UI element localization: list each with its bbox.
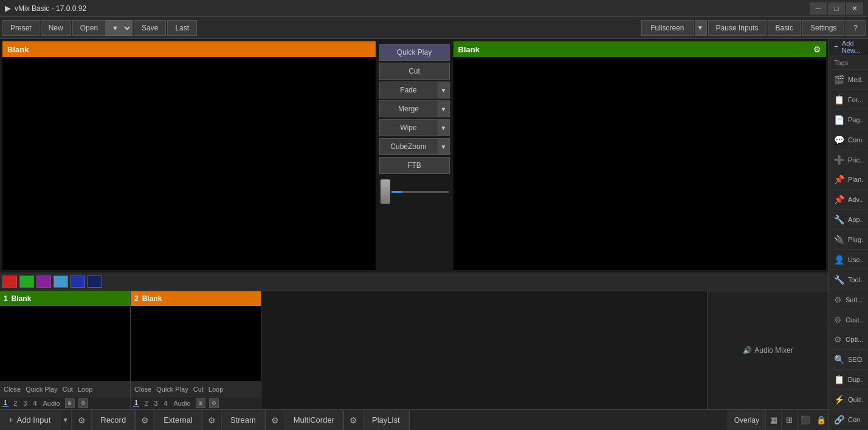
new-button[interactable]: New — [41, 20, 71, 36]
input-2-monitor-icon[interactable]: 🖥 — [196, 398, 205, 408]
color-blue-button[interactable] — [71, 276, 85, 288]
input-1-tab-1[interactable]: 1 — [2, 399, 9, 407]
stream-button[interactable]: Stream — [222, 410, 265, 430]
sidebar-item-1[interactable]: 📋 For... — [829, 90, 868, 110]
close-button[interactable]: ✕ — [846, 2, 863, 15]
playlist-button[interactable]: PlayList — [363, 410, 409, 430]
sidebar-item-8[interactable]: 🔌 Plug... — [829, 230, 868, 250]
color-lightblue-button[interactable] — [53, 276, 68, 288]
overlay-button[interactable]: Overlay — [728, 410, 765, 430]
color-red-button[interactable] — [2, 276, 17, 288]
preset-button[interactable]: Preset — [2, 20, 40, 36]
app-title: vMix Basic - 17.0.0.92 — [15, 4, 86, 13]
sidebar-item-3[interactable]: 💬 Com... — [829, 130, 868, 150]
overlay-lock-icon[interactable]: 🔒 — [813, 410, 828, 430]
sidebar-item-11[interactable]: ⚙ Sett... — [829, 290, 868, 310]
input-1-tab-4[interactable]: 4 — [32, 400, 38, 407]
input-1-loop[interactable]: Loop — [77, 386, 94, 393]
input-2-cut[interactable]: Cut — [192, 386, 205, 393]
input-clip-1: 1 Blank Close Quick Play Cut Loop 1 2 3 … — [0, 291, 131, 409]
sidebar-add-new[interactable]: + Add New... — [829, 39, 868, 55]
color-green-button[interactable] — [19, 276, 34, 288]
input-2-screen[interactable] — [131, 306, 261, 381]
fullscreen-button[interactable]: Fullscreen — [641, 20, 693, 36]
sidebar-item-15[interactable]: 📋 Dup... — [829, 370, 868, 390]
open-button[interactable]: Open — [72, 20, 106, 36]
input-1-monitor-icon[interactable]: 🖥 — [65, 398, 75, 408]
sidebar-item-14[interactable]: 🔍 SEO... — [829, 350, 868, 370]
output-settings-button[interactable]: ⚙ — [813, 44, 821, 54]
input-1-close[interactable]: Close — [2, 386, 22, 393]
input-1-quickplay[interactable]: Quick Play — [24, 386, 59, 393]
fade-button[interactable]: Fade — [379, 81, 438, 99]
fade-dropdown[interactable]: ▼ — [438, 81, 450, 99]
slider-track[interactable] — [391, 191, 449, 193]
minimize-button[interactable]: ─ — [810, 2, 827, 15]
input-1-gear-icon[interactable]: ⚙ — [78, 398, 88, 408]
record-button[interactable]: Record — [92, 410, 135, 430]
sidebar-item-7[interactable]: 🔧 App... — [829, 210, 868, 230]
sidebar-item-9[interactable]: 👤 Use... — [829, 250, 868, 270]
wipe-button[interactable]: Wipe — [379, 119, 438, 136]
sidebar-item-12[interactable]: ⚙ Cust... — [829, 310, 868, 330]
input-1-tab-2[interactable]: 2 — [12, 400, 18, 407]
fullscreen-dropdown[interactable]: ▼ — [695, 20, 707, 36]
input-2-close[interactable]: Close — [133, 386, 153, 393]
color-purple-button[interactable] — [36, 276, 51, 288]
cubezoom-button[interactable]: CubeZoom — [379, 138, 438, 155]
record-gear[interactable]: ⚙ — [136, 410, 155, 430]
sidebar-item-0[interactable]: 🎬 Med... — [829, 70, 868, 90]
input-1-audio[interactable]: Audio — [42, 400, 61, 407]
input-2-gear-icon[interactable]: ⚙ — [209, 398, 219, 408]
input-2-tab-2[interactable]: 2 — [143, 400, 149, 407]
input-2-tab-3[interactable]: 3 — [153, 400, 159, 407]
input-2-tab-4[interactable]: 4 — [162, 400, 168, 407]
external-button[interactable]: External — [155, 410, 202, 430]
quick-play-button[interactable]: Quick Play — [379, 44, 450, 61]
sidebar-item-6[interactable]: 📌 Adv... — [829, 190, 868, 210]
pause-inputs-button[interactable]: Pause Inputs — [708, 20, 766, 36]
input-1-screen[interactable] — [0, 306, 130, 381]
multicorder-gear[interactable]: ⚙ — [344, 410, 363, 430]
help-button[interactable]: ? — [846, 20, 866, 36]
overlay-screen-icon[interactable]: ⬛ — [797, 410, 813, 430]
sidebar-item-13[interactable]: ⚙ Opti... — [829, 330, 868, 350]
stream-gear[interactable]: ⚙ — [266, 410, 285, 430]
sidebar-item-17[interactable]: 🔗 Con — [829, 410, 868, 430]
external-gear[interactable]: ⚙ — [202, 410, 222, 430]
overlay-grid-icon[interactable]: ⊞ — [781, 410, 797, 430]
maximize-button[interactable]: □ — [828, 2, 845, 15]
bottom-gear-1[interactable]: ⚙ — [72, 410, 92, 430]
basic-button[interactable]: Basic — [768, 20, 801, 36]
overlay-bars-icon[interactable]: ▦ — [765, 410, 781, 430]
fullscreen-area: Fullscreen ▼ — [641, 20, 706, 36]
ftb-button[interactable]: FTB — [379, 157, 450, 174]
slider-handle[interactable] — [381, 179, 390, 204]
sidebar-label-7: App... — [848, 216, 863, 223]
sidebar-item-4[interactable]: ➕ Pric... — [829, 150, 868, 170]
sidebar-item-2[interactable]: 📄 Pag... — [829, 110, 868, 130]
sidebar-item-16[interactable]: ⚡ Quic... — [829, 390, 868, 410]
input-2-quickplay[interactable]: Quick Play — [155, 386, 190, 393]
sidebar-item-10[interactable]: 🔧 Tool... — [829, 270, 868, 290]
add-new-icon: + — [834, 43, 838, 51]
input-1-cut[interactable]: Cut — [61, 386, 74, 393]
open-dropdown[interactable]: ▼ — [106, 20, 133, 36]
color-navy-button[interactable] — [88, 276, 102, 288]
add-input-button[interactable]: + Add Input — [0, 410, 60, 430]
multicorder-button[interactable]: MultiCorder — [285, 410, 343, 430]
settings-button[interactable]: Settings — [802, 20, 844, 36]
add-input-dropdown[interactable]: ▼ — [60, 410, 72, 430]
merge-button[interactable]: Merge — [379, 100, 438, 117]
input-2-tab-1[interactable]: 1 — [133, 399, 139, 407]
cut-button[interactable]: Cut — [379, 63, 450, 80]
input-2-loop[interactable]: Loop — [207, 386, 224, 393]
input-2-audio[interactable]: Audio — [173, 400, 192, 407]
save-button[interactable]: Save — [134, 20, 166, 36]
wipe-dropdown[interactable]: ▼ — [438, 119, 450, 136]
cubezoom-dropdown[interactable]: ▼ — [438, 138, 450, 155]
input-1-tab-3[interactable]: 3 — [22, 400, 28, 407]
sidebar-item-5[interactable]: 📌 Plan... — [829, 170, 868, 190]
merge-dropdown[interactable]: ▼ — [438, 100, 450, 117]
last-button[interactable]: Last — [167, 20, 197, 36]
